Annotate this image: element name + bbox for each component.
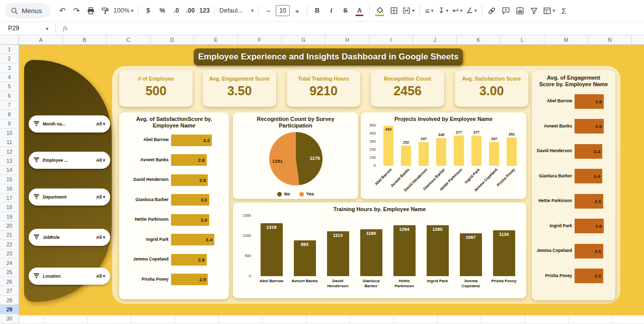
row-header-27[interactable]: 27: [0, 286, 19, 295]
merge-cells-button[interactable]: [401, 4, 416, 18]
bar: [383, 126, 393, 166]
text-rotation-button[interactable]: ∠: [465, 4, 478, 18]
training-chart-panel[interactable]: Training Hours by. Employee Name 1500100…: [233, 203, 526, 298]
slicer-value-dropdown[interactable]: All: [96, 195, 105, 200]
column-header-L[interactable]: L: [501, 35, 544, 44]
font-family-dropdown[interactable]: Defaul...: [218, 4, 255, 18]
row-header-21[interactable]: 21: [0, 231, 19, 240]
column-header-G[interactable]: G: [282, 35, 326, 44]
create-filter-button[interactable]: [527, 4, 541, 18]
row-header-18[interactable]: 18: [0, 203, 19, 212]
column-header-F[interactable]: F: [238, 35, 282, 44]
sheet-body[interactable]: 1234567891011121314151617181920212223242…: [0, 45, 644, 324]
legend-dot: [299, 192, 304, 197]
fill-color-button[interactable]: [373, 4, 386, 18]
row-header-5[interactable]: 5: [0, 82, 19, 91]
slicer-value-dropdown[interactable]: All: [96, 158, 105, 163]
print-button[interactable]: [84, 4, 98, 18]
row-header-29[interactable]: 29: [0, 305, 19, 314]
row-header-6[interactable]: 6: [0, 91, 19, 100]
column-header-N[interactable]: N: [588, 35, 632, 44]
row-header-23[interactable]: 23: [0, 249, 19, 258]
insert-link-button[interactable]: [485, 4, 499, 18]
row-header-12[interactable]: 12: [0, 147, 19, 156]
paint-format-button[interactable]: [98, 4, 112, 18]
row-header-11[interactable]: 11: [0, 138, 19, 147]
row-header-30[interactable]: 30: [0, 314, 19, 323]
column-header-E[interactable]: E: [194, 35, 238, 44]
row-header-16[interactable]: 16: [0, 184, 19, 193]
format-percent-button[interactable]: %: [155, 4, 169, 18]
increase-decimal-button[interactable]: .00: [184, 4, 197, 18]
select-all-corner[interactable]: [0, 35, 19, 44]
borders-button[interactable]: [387, 4, 400, 18]
increase-font-size-button[interactable]: +: [290, 4, 304, 18]
row-header-4[interactable]: 4: [0, 73, 19, 82]
recognition-pie-panel[interactable]: Recognition Count by Survey Participatio…: [233, 112, 358, 199]
italic-button[interactable]: I: [325, 4, 338, 18]
sheet-views-button[interactable]: [541, 4, 557, 18]
insert-chart-button[interactable]: [513, 4, 527, 18]
column-header-A[interactable]: A: [19, 35, 63, 44]
slicer-value-dropdown[interactable]: All: [96, 121, 105, 126]
row-header-7[interactable]: 7: [0, 101, 19, 110]
slicer-monthna[interactable]: Month na...All: [29, 115, 110, 133]
zoom-dropdown[interactable]: 100%: [112, 4, 135, 18]
column-header-K[interactable]: K: [457, 35, 501, 44]
decrease-font-size-button[interactable]: −: [262, 4, 275, 18]
decrease-decimal-button[interactable]: .0: [170, 4, 183, 18]
row-header-25[interactable]: 25: [0, 268, 19, 277]
row-header-17[interactable]: 17: [0, 193, 19, 203]
slicer-department[interactable]: DepartmentAll: [29, 188, 110, 206]
row-header-20[interactable]: 20: [0, 221, 19, 230]
bar-slot: 493: [380, 126, 397, 166]
row-header-8[interactable]: 8: [0, 110, 19, 119]
bold-button[interactable]: B: [310, 4, 324, 18]
number-format-button[interactable]: 123: [198, 4, 211, 18]
slicer-location[interactable]: LocationAll: [29, 268, 110, 285]
strikethrough-button[interactable]: S: [339, 4, 352, 18]
row-header-28[interactable]: 28: [0, 296, 19, 305]
projects-chart-panel[interactable]: Projects Involved by Employee Name 50040…: [361, 112, 526, 199]
row-header-22[interactable]: 22: [0, 240, 19, 249]
slicer-jobrole[interactable]: JobRoleAll: [29, 229, 110, 246]
row-header-9[interactable]: 9: [0, 119, 19, 128]
menus-search[interactable]: Menus: [5, 3, 50, 18]
column-header-I[interactable]: I: [369, 35, 413, 44]
engagement-chart-panel[interactable]: Avg. of Engagement Score by. Employee Na…: [532, 70, 615, 300]
bar-slot: 377: [450, 136, 468, 166]
undo-button[interactable]: ↶: [56, 4, 69, 18]
column-header-C[interactable]: C: [107, 35, 150, 44]
font-size-input[interactable]: 10: [276, 5, 290, 16]
row-header-2[interactable]: 2: [0, 54, 19, 63]
kpi-label: Avg. Engagement Score: [209, 76, 270, 82]
slicer-value-dropdown[interactable]: All: [96, 235, 105, 240]
row-header-1[interactable]: 1: [0, 45, 19, 54]
insert-comment-button[interactable]: [499, 4, 513, 18]
redo-button[interactable]: ↷: [70, 4, 84, 18]
name-box[interactable]: P29: [5, 25, 51, 32]
column-header-M[interactable]: M: [544, 35, 588, 44]
column-header-D[interactable]: D: [150, 35, 194, 44]
row-header-10[interactable]: 10: [0, 128, 19, 138]
row-header-13[interactable]: 13: [0, 156, 19, 165]
satisfaction-chart-panel[interactable]: Avg. of SatisfactionScore by. Employee N…: [119, 112, 229, 299]
functions-button[interactable]: Σ: [557, 4, 571, 18]
column-header-H[interactable]: H: [326, 35, 369, 44]
slicer-employee[interactable]: Employee ...All: [29, 152, 110, 169]
row-header-3[interactable]: 3: [0, 63, 19, 73]
row-header-14[interactable]: 14: [0, 166, 19, 175]
row-header-24[interactable]: 24: [0, 258, 19, 268]
row-header-15[interactable]: 15: [0, 175, 19, 184]
horizontal-align-button[interactable]: ≡: [423, 4, 436, 18]
format-currency-button[interactable]: $: [141, 4, 155, 18]
text-color-button[interactable]: A: [353, 4, 366, 18]
vertical-align-button[interactable]: ↧: [437, 4, 450, 18]
column-header-B[interactable]: B: [63, 35, 107, 44]
column-header-J[interactable]: J: [413, 35, 457, 44]
row-header-26[interactable]: 26: [0, 277, 19, 286]
row-header-19[interactable]: 19: [0, 212, 19, 221]
text-wrap-button[interactable]: ↩: [451, 4, 464, 18]
bar-value: 1113: [327, 231, 349, 238]
slicer-value-dropdown[interactable]: All: [96, 274, 105, 279]
